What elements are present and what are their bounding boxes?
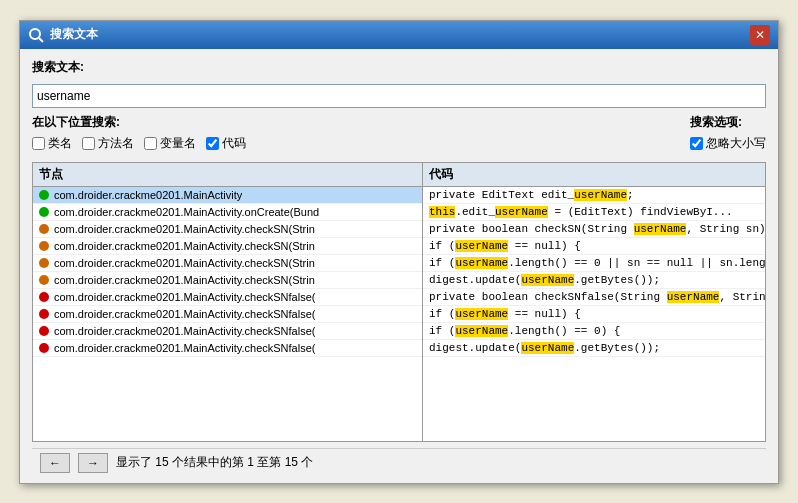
checkbox-methodname[interactable]: 方法名 [82,135,134,152]
node-text: com.droider.crackme0201.MainActivity.che… [54,291,315,303]
nodes-header: 节点 [33,163,422,187]
title-bar-left: 搜索文本 [28,26,98,43]
search-dialog: 搜索文本 ✕ 搜索文本: 在以下位置搜索: 类名 方法名 变量名 [19,20,779,484]
code-line: if (userName == null) { [423,238,765,255]
node-item[interactable]: com.droider.crackme0201.MainActivity.che… [33,221,422,238]
code-line: if (userName.length() == 0 || sn == null… [423,255,765,272]
search-options-section: 搜索选项: 忽略大小写 [690,114,766,152]
svg-point-0 [30,29,40,39]
node-item[interactable]: com.droider.crackme0201.MainActivity.che… [33,323,422,340]
next-button[interactable]: → [78,453,108,473]
checkbox-varname-input[interactable] [144,137,157,150]
search-in-label: 在以下位置搜索: [32,114,246,131]
code-line: private boolean checkSN(String userName,… [423,221,765,238]
node-dot [39,292,49,302]
node-dot [39,343,49,353]
checkbox-classname[interactable]: 类名 [32,135,72,152]
code-panel: 代码 private EditText edit_userName;this.e… [423,163,765,441]
node-dot [39,241,49,251]
checkbox-classname-input[interactable] [32,137,45,150]
code-line: private boolean checkSNfalse(String user… [423,289,765,306]
node-dot [39,258,49,268]
nodes-panel: 节点 com.droider.crackme0201.MainActivityc… [33,163,423,441]
node-item[interactable]: com.droider.crackme0201.MainActivity [33,187,422,204]
checkbox-ignorecase-input[interactable] [690,137,703,150]
search-label: 搜索文本: [32,59,766,76]
node-text: com.droider.crackme0201.MainActivity.che… [54,308,315,320]
code-line: this.edit_userName = (EditText) findView… [423,204,765,221]
checkbox-ignorecase[interactable]: 忽略大小写 [690,135,766,152]
node-text: com.droider.crackme0201.MainActivity.che… [54,325,315,337]
search-in-section: 在以下位置搜索: 类名 方法名 变量名 代码 [32,114,246,152]
checkbox-varname[interactable]: 变量名 [144,135,196,152]
node-item[interactable]: com.droider.crackme0201.MainActivity.che… [33,238,422,255]
code-line: digest.update(userName.getBytes()); [423,340,765,357]
code-line: if (userName == null) { [423,306,765,323]
code-list[interactable]: private EditText edit_userName;this.edit… [423,187,765,441]
node-text: com.droider.crackme0201.MainActivity.che… [54,240,315,252]
node-item[interactable]: com.droider.crackme0201.MainActivity.onC… [33,204,422,221]
status-text: 显示了 15 个结果中的第 1 至第 15 个 [116,454,313,471]
search-in-checkboxes: 类名 方法名 变量名 代码 [32,135,246,152]
node-dot [39,275,49,285]
results-area: 节点 com.droider.crackme0201.MainActivityc… [32,162,766,442]
code-header: 代码 [423,163,765,187]
svg-line-1 [39,38,43,42]
title-bar: 搜索文本 ✕ [20,21,778,49]
dialog-body: 搜索文本: 在以下位置搜索: 类名 方法名 变量名 [20,49,778,483]
node-text: com.droider.crackme0201.MainActivity.che… [54,223,315,235]
node-text: com.droider.crackme0201.MainActivity.che… [54,274,315,286]
node-item[interactable]: com.droider.crackme0201.MainActivity.che… [33,289,422,306]
prev-button[interactable]: ← [40,453,70,473]
options-row: 在以下位置搜索: 类名 方法名 变量名 代码 [32,114,766,152]
node-item[interactable]: com.droider.crackme0201.MainActivity.che… [33,272,422,289]
search-options-checkboxes: 忽略大小写 [690,135,766,152]
node-item[interactable]: com.droider.crackme0201.MainActivity.che… [33,255,422,272]
node-item[interactable]: com.droider.crackme0201.MainActivity.che… [33,340,422,357]
search-icon [28,27,44,43]
node-dot [39,309,49,319]
search-input[interactable] [32,84,766,108]
title-text: 搜索文本 [50,26,98,43]
node-item[interactable]: com.droider.crackme0201.MainActivity.che… [33,306,422,323]
node-text: com.droider.crackme0201.MainActivity.che… [54,342,315,354]
checkbox-code[interactable]: 代码 [206,135,246,152]
nodes-list[interactable]: com.droider.crackme0201.MainActivitycom.… [33,187,422,441]
node-text: com.droider.crackme0201.MainActivity [54,189,242,201]
close-button[interactable]: ✕ [750,25,770,45]
node-dot [39,326,49,336]
checkbox-methodname-input[interactable] [82,137,95,150]
node-text: com.droider.crackme0201.MainActivity.che… [54,257,315,269]
node-text: com.droider.crackme0201.MainActivity.onC… [54,206,319,218]
search-options-label: 搜索选项: [690,114,766,131]
node-dot [39,224,49,234]
code-line: private EditText edit_userName; [423,187,765,204]
node-dot [39,190,49,200]
status-bar: ← → 显示了 15 个结果中的第 1 至第 15 个 [32,448,766,477]
code-line: digest.update(userName.getBytes()); [423,272,765,289]
code-line: if (userName.length() == 0) { [423,323,765,340]
node-dot [39,207,49,217]
checkbox-code-input[interactable] [206,137,219,150]
